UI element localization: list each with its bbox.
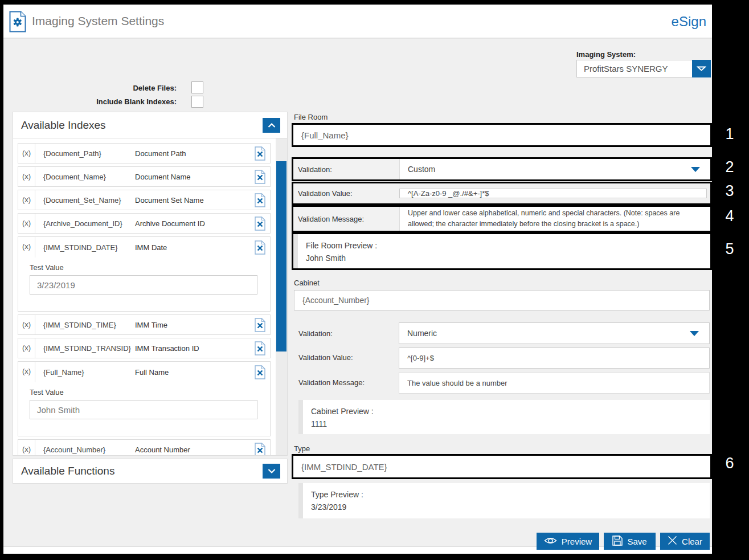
available-indexes-panel: Available Indexes (x) {Document_Path} Do… xyxy=(13,112,288,456)
delete-files-checkbox[interactable] xyxy=(191,81,203,93)
clear-button-label: Clear xyxy=(682,537,702,546)
cabinet-validation-message-input[interactable]: The value should be a number xyxy=(399,372,710,394)
index-prefix: (x) xyxy=(18,440,35,455)
preview-stripe xyxy=(293,234,298,268)
index-name: Document Set Name xyxy=(135,196,249,205)
index-row-imm-transaction-id[interactable]: (x) {IMM_STDIND_TRANSID} IMM Transaction… xyxy=(18,338,271,358)
insert-index-icon[interactable] xyxy=(249,193,270,207)
index-row-account-number[interactable]: (x) {Account_Number} Account Number xyxy=(18,439,271,455)
file-room-preview-label: File Room Preview : xyxy=(306,241,377,250)
brand-logo: eSign xyxy=(672,14,706,30)
index-row-full-name-expanded[interactable]: (x) {Full_Name} Full Name Test Value Joh… xyxy=(18,361,271,436)
validation-select[interactable]: Custom xyxy=(399,159,710,179)
validation-message-label: Validation Message: xyxy=(293,207,399,231)
index-row-document-path[interactable]: (x) {Document_Path} Document Path xyxy=(18,143,271,163)
index-name: IMM Date xyxy=(135,243,249,252)
index-token: {Full_Name} xyxy=(35,368,135,377)
cabinet-input[interactable]: {Account_Number} xyxy=(294,290,710,310)
cabinet-validation-value-input[interactable]: ^[0-9]+$ xyxy=(399,348,710,369)
index-prefix: (x) xyxy=(18,237,35,257)
insert-index-icon[interactable] xyxy=(249,318,270,332)
index-token: {Account_Number} xyxy=(35,445,135,454)
test-value-label: Test Value xyxy=(30,388,270,397)
validation-pattern-text: ^[A-Za-z0-9 _@./#&+-]*$ xyxy=(400,189,489,198)
file-room-preview-value: John Smith xyxy=(306,254,346,263)
index-token: {IMM_STDIND_DATE} xyxy=(35,243,135,252)
index-list: (x) {Document_Path} Document Path (x) {D… xyxy=(13,138,276,455)
file-room-preview-box: File Room Preview : John Smith xyxy=(292,232,712,270)
index-token: {IMM_STDIND_TRANSID} xyxy=(35,344,135,353)
validation-value-cell: ^[A-Za-z0-9 _@./#&+-]*$ xyxy=(399,183,710,203)
index-prefix: (x) xyxy=(18,362,35,382)
save-button[interactable]: Save xyxy=(604,533,656,550)
file-room-value: {Full_Name} xyxy=(293,130,349,140)
type-preview-value: 3/23/2019 xyxy=(311,502,346,512)
cabinet-validation-value-label: Validation Value: xyxy=(298,353,353,362)
test-value-input[interactable]: 3/23/2019 xyxy=(30,275,257,295)
available-indexes-title: Available Indexes xyxy=(13,119,263,132)
index-name: IMM Transaction ID xyxy=(135,344,249,353)
include-blank-indexes-label: Include Blank Indexes: xyxy=(96,97,177,106)
callout-number-4: 4 xyxy=(715,207,744,225)
index-row-imm-date[interactable]: (x) {IMM_STDIND_DATE} IMM Date xyxy=(18,237,270,257)
imaging-system-dropdown-button[interactable] xyxy=(692,60,711,77)
preview-button[interactable]: Preview xyxy=(537,533,599,550)
index-prefix: (x) xyxy=(18,315,35,334)
index-name: Document Path xyxy=(135,149,249,158)
file-room-input[interactable]: {Full_Name} xyxy=(292,123,712,147)
app-header: Imaging System Settings eSign xyxy=(3,5,712,39)
validation-value-input[interactable]: ^[A-Za-z0-9 _@./#&+-]*$ xyxy=(399,189,707,198)
available-functions-panel: Available Functions xyxy=(13,459,288,484)
insert-index-icon[interactable] xyxy=(249,216,270,231)
validation-message-input[interactable]: Upper and lower case alphabetical, numer… xyxy=(399,207,710,231)
settings-document-icon xyxy=(9,11,26,35)
app-window: Imaging System Settings eSign Imaging Sy… xyxy=(3,5,712,554)
index-token: {Archive_Document_ID} xyxy=(35,219,135,228)
insert-index-icon[interactable] xyxy=(249,240,270,255)
cabinet-pattern-text: ^[0-9]+$ xyxy=(399,354,434,362)
validation-label: Validation: xyxy=(293,159,399,179)
index-row-document-set-name[interactable]: (x) {Document_Set_Name} Document Set Nam… xyxy=(18,190,271,210)
cabinet-preview-label: Cabinet Preview : xyxy=(311,407,374,416)
index-name: Document Name xyxy=(135,173,249,181)
index-row-imm-time[interactable]: (x) {IMM_STDIND_TIME} IMM Time xyxy=(18,314,271,335)
file-room-validation-row: Validation: Custom xyxy=(292,157,712,181)
callout-number-1: 1 xyxy=(715,125,744,143)
insert-index-icon[interactable] xyxy=(249,341,270,355)
index-row-archive-document-id[interactable]: (x) {Archive_Document_ID} Archive Docume… xyxy=(18,213,271,234)
cabinet-label: Cabinet xyxy=(294,279,320,287)
screenshot-frame: Imaging System Settings eSign Imaging Sy… xyxy=(0,0,749,560)
index-prefix: (x) xyxy=(18,214,35,233)
preview-stripe xyxy=(298,400,303,434)
scrollbar-thumb[interactable] xyxy=(276,161,286,351)
insert-index-icon[interactable] xyxy=(249,443,270,456)
file-room-validation-message-row: Validation Message: Upper and lower case… xyxy=(292,205,712,232)
type-input[interactable]: {IMM_STDIND_DATE} xyxy=(292,454,712,479)
cabinet-validation-value: Numeric xyxy=(399,329,437,338)
insert-index-icon[interactable] xyxy=(249,365,270,379)
index-row-full-name[interactable]: (x) {Full_Name} Full Name xyxy=(18,362,270,382)
imaging-system-select[interactable]: ProfitStars SYNERGY xyxy=(576,60,711,77)
index-prefix: (x) xyxy=(18,338,35,358)
insert-index-icon[interactable] xyxy=(249,170,270,184)
collapse-indexes-button[interactable] xyxy=(263,118,280,133)
test-value-input[interactable]: John Smith xyxy=(30,400,257,419)
file-room-validation-value-row: Validation Value: ^[A-Za-z0-9 _@./#&+-]*… xyxy=(292,182,712,205)
clear-button[interactable]: Clear xyxy=(660,533,710,550)
index-name: Account Number xyxy=(135,445,249,454)
index-row-document-name[interactable]: (x) {Document_Name} Document Name xyxy=(18,166,271,187)
index-token: {Document_Path} xyxy=(35,149,135,158)
chevron-up-icon xyxy=(267,120,276,130)
preview-button-label: Preview xyxy=(562,537,592,546)
imaging-system-label: Imaging System: xyxy=(576,50,636,59)
index-row-imm-date-expanded[interactable]: (x) {IMM_STDIND_DATE} IMM Date Test Valu… xyxy=(18,236,271,312)
available-indexes-header: Available Indexes xyxy=(13,112,287,138)
include-blank-indexes-checkbox[interactable] xyxy=(191,96,203,108)
save-icon xyxy=(612,536,623,547)
expand-functions-button[interactable] xyxy=(263,464,280,479)
insert-index-icon[interactable] xyxy=(249,146,270,161)
index-list-scrollbar[interactable] xyxy=(276,138,287,455)
cabinet-validation-select[interactable]: Numeric xyxy=(399,322,710,344)
close-icon xyxy=(668,536,677,547)
cabinet-validation-label: Validation: xyxy=(298,329,333,338)
